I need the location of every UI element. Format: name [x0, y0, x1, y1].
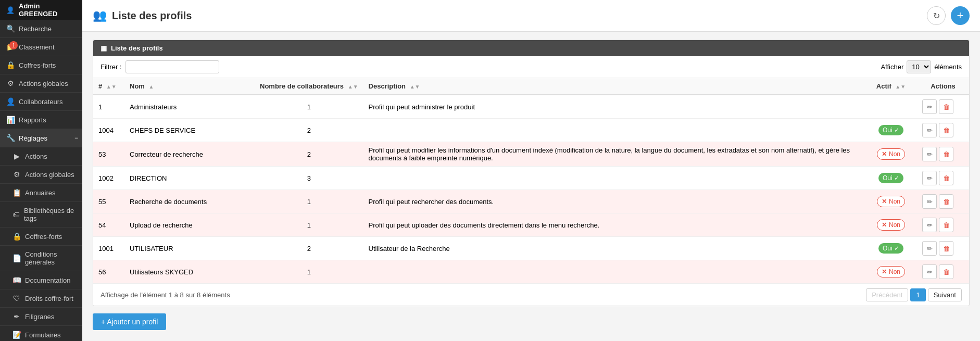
edit-button[interactable]: ✏	[922, 123, 937, 137]
action-buttons: ✏ 🗑	[922, 147, 964, 161]
table-header-row: # ▲▼ Nom ▲ Nombre de collaborateurs ▲▼	[93, 78, 969, 95]
add-button-header[interactable]: +	[951, 6, 970, 25]
sidebar-item-actions-globales[interactable]: ⚙ Actions globales	[0, 74, 82, 93]
sidebar-item-label: Recherche	[19, 25, 52, 33]
cell-collaborateurs: 2	[255, 237, 363, 260]
cell-num: 53	[93, 142, 124, 167]
actif-badge-non: ✕ Non	[877, 266, 905, 277]
sidebar-header: 👤 Admin GREENGED	[0, 0, 82, 20]
col-header-collab[interactable]: Nombre de collaborateurs ▲▼	[255, 78, 363, 95]
main-content: 👥 Liste des profils ↻ + ▦ Liste des prof…	[82, 0, 980, 341]
delete-button[interactable]: 🗑	[939, 194, 953, 209]
action-buttons: ✏ 🗑	[922, 194, 964, 209]
sidebar-item-actions-globales-2[interactable]: ⚙ Actions globales	[0, 166, 82, 184]
cell-description: Profil qui peut rechercher des documents…	[363, 190, 865, 213]
cell-description: Profil qui peut uploader des documents d…	[363, 213, 865, 237]
sidebar-item-annuaires[interactable]: 📋 Annuaires	[0, 184, 82, 202]
sidebar-item-label: Coffres-forts	[25, 233, 62, 241]
cell-actions: ✏ 🗑	[917, 190, 969, 213]
delete-button[interactable]: 🗑	[939, 218, 953, 232]
sidebar-item-classement[interactable]: 📁 Classement 1	[0, 38, 82, 56]
next-button[interactable]: Suivant	[928, 288, 962, 301]
col-header-actions: Actions	[917, 78, 969, 95]
actif-badge-non: ✕ Non	[877, 148, 905, 160]
edit-button[interactable]: ✏	[922, 264, 937, 279]
table-panel: ▦ Liste des profils Filtrer : Afficher 1…	[93, 40, 970, 306]
add-icon: +	[957, 9, 964, 22]
table-row: 56Utilisateurs SKYGED1✕ Non ✏ 🗑	[93, 260, 969, 284]
col-header-nom[interactable]: Nom ▲	[124, 78, 255, 95]
cell-description: Utilisateur de la Recherche	[363, 237, 865, 260]
sidebar-item-label: Collaborateurs	[19, 98, 63, 106]
actif-badge-non: ✕ Non	[877, 219, 905, 231]
sidebar-item-conditions-generales[interactable]: 📄 Conditions générales	[0, 246, 82, 271]
edit-button[interactable]: ✏	[922, 218, 937, 232]
add-profile-button[interactable]: + Ajouter un profil	[93, 313, 166, 330]
cell-description	[363, 167, 865, 190]
edit-button[interactable]: ✏	[922, 147, 937, 161]
panel-title: Liste des profils	[111, 44, 163, 52]
user-icon: 👤	[6, 6, 15, 14]
cell-actif: ✕ Non	[865, 213, 917, 237]
sidebar-item-formulaires[interactable]: 📝 Formulaires	[0, 326, 82, 341]
sidebar-item-label: Documentation	[25, 276, 70, 284]
sidebar-item-reglages[interactable]: 🔧 Réglages −	[0, 129, 82, 147]
actif-badge-oui: Oui ✓	[878, 125, 903, 135]
sort-arrows-num: ▲▼	[106, 84, 117, 90]
cell-description	[363, 260, 865, 284]
cell-nom: DIRECTION	[124, 167, 255, 190]
sidebar-item-label: Formulaires	[25, 331, 61, 339]
col-header-actif[interactable]: Actif ▲▼	[865, 78, 917, 95]
edit-button[interactable]: ✏	[922, 241, 937, 256]
cell-nom: Upload de recherche	[124, 213, 255, 237]
sidebar-item-coffres-forts[interactable]: 🔒 Coffres-forts	[0, 56, 82, 74]
sidebar-item-rapports[interactable]: 📊 Rapports	[0, 111, 82, 129]
col-header-desc[interactable]: Description ▲▼	[363, 78, 865, 95]
content-area: ▦ Liste des profils Filtrer : Afficher 1…	[82, 32, 980, 341]
sidebar-item-label: Annuaires	[25, 189, 56, 197]
delete-button[interactable]: 🗑	[939, 171, 953, 185]
pagination-info: Affichage de l'élément 1 à 8 sur 8 éléme…	[100, 291, 230, 299]
sidebar-item-label: Filigranes	[25, 313, 54, 321]
sidebar-item-bibliotheques-tags[interactable]: 🏷 Bibliothèques de tags	[0, 202, 82, 228]
page-1-button[interactable]: 1	[910, 288, 925, 301]
sidebar-item-actions[interactable]: ▶ Actions	[0, 147, 82, 166]
cell-description	[363, 119, 865, 142]
edit-button[interactable]: ✏	[922, 99, 937, 114]
sidebar-item-collaborateurs[interactable]: 👤 Collaborateurs	[0, 93, 82, 111]
sidebar-item-filigranes[interactable]: ✒ Filigranes	[0, 308, 82, 326]
classement-badge: 1	[9, 41, 18, 49]
page-title: 👥 Liste des profils	[93, 9, 192, 22]
refresh-button[interactable]: ↻	[927, 6, 946, 25]
cell-actions: ✏ 🗑	[917, 119, 969, 142]
table-row: 55Recherche de documents1Profil qui peut…	[93, 190, 969, 213]
cell-actif: ✕ Non	[865, 260, 917, 284]
cell-num: 1	[93, 95, 124, 119]
sidebar-item-documentation[interactable]: 📖 Documentation	[0, 271, 82, 289]
delete-button[interactable]: 🗑	[939, 264, 953, 279]
cell-description: Profil qui peut modifier les information…	[363, 142, 865, 167]
edit-button[interactable]: ✏	[922, 171, 937, 185]
filter-group: Filtrer :	[100, 60, 219, 73]
cell-actions: ✏ 🗑	[917, 95, 969, 119]
delete-button[interactable]: 🗑	[939, 123, 953, 137]
sidebar-item-droits-coffre-fort[interactable]: 🛡 Droits coffre-fort	[0, 289, 82, 308]
cell-num: 56	[93, 260, 124, 284]
afficher-select[interactable]: 10 25 50	[907, 60, 931, 73]
delete-button[interactable]: 🗑	[939, 241, 953, 256]
filter-label: Filtrer :	[100, 63, 121, 71]
sidebar-item-recherche[interactable]: 🔍 Recherche	[0, 20, 82, 38]
col-header-num[interactable]: # ▲▼	[93, 78, 124, 95]
prev-button[interactable]: Précédent	[866, 288, 908, 301]
sidebar-item-coffres-forts-2[interactable]: 🔒 Coffres-forts	[0, 228, 82, 246]
filter-input[interactable]	[125, 60, 219, 73]
delete-button[interactable]: 🗑	[939, 99, 953, 114]
cell-collaborateurs: 1	[255, 213, 363, 237]
delete-button[interactable]: 🗑	[939, 147, 953, 161]
cell-actif	[865, 95, 917, 119]
cell-collaborateurs: 2	[255, 142, 363, 167]
actif-badge-oui: Oui ✓	[878, 173, 903, 183]
sidebar-item-label: Conditions générales	[25, 250, 76, 266]
table-row: 1002DIRECTION3Oui ✓ ✏ 🗑	[93, 167, 969, 190]
edit-button[interactable]: ✏	[922, 194, 937, 209]
